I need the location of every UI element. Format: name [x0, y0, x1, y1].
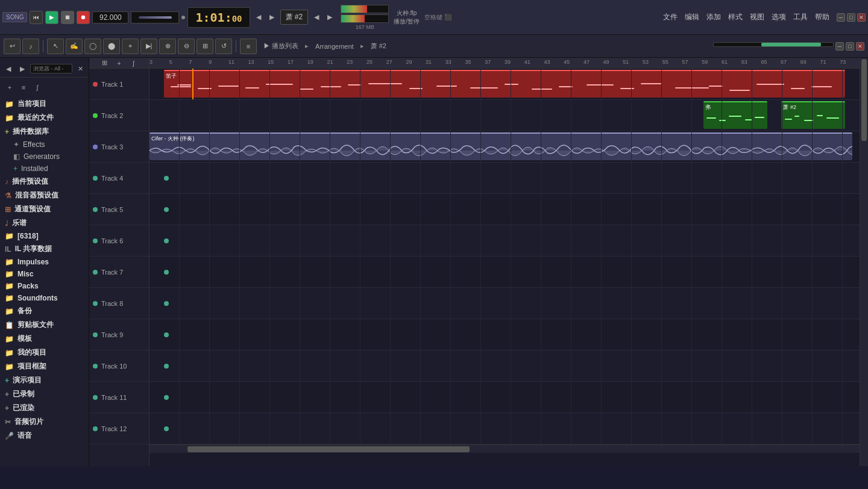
tb-return[interactable]: ↩	[4, 39, 20, 54]
sb-grid[interactable]: ≡	[17, 81, 30, 93]
tb-play-from[interactable]: ▶|	[140, 39, 157, 54]
sidebar-item-clipboard[interactable]: 📋 剪贴板文件	[0, 318, 89, 332]
track-row-11[interactable]	[149, 382, 860, 413]
sidebar-item-project-frames[interactable]: 📁 项目框架	[0, 360, 89, 373]
sidebar-item-my-projects[interactable]: 📁 我的项目	[0, 346, 89, 360]
sidebar-item-templates[interactable]: 📁 模板	[0, 332, 89, 346]
menu-file[interactable]: 文件	[663, 12, 678, 22]
sidebar-item-demo-projects[interactable]: + 演示项目	[0, 373, 89, 387]
maximize-btn[interactable]: □	[847, 13, 855, 22]
sidebar-item-recent-files[interactable]: 📁 最近的文件	[0, 111, 89, 125]
sidebar-item-generators[interactable]: ◧ Generators	[0, 151, 89, 163]
sidebar-item-current-project[interactable]: 📁 当前项目	[0, 97, 89, 111]
record-button[interactable]: ⏺	[77, 11, 90, 24]
sidebar-item-backup[interactable]: 📁 备份	[0, 304, 89, 318]
sidebar-item-effects[interactable]: ✦ Effects	[0, 139, 89, 151]
tb-zoom-out[interactable]: ⊖	[178, 39, 195, 54]
sidebar-item-plugin-presets[interactable]: ♪ 插件预设值	[0, 175, 89, 188]
tb-brush[interactable]: ✍	[66, 39, 83, 54]
sidebar-item-scores[interactable]: ♩ 乐谱	[0, 216, 89, 230]
time-prev[interactable]: ◀	[253, 11, 265, 23]
menu-help[interactable]: 帮助	[815, 12, 829, 22]
track-row-2[interactable]: 弗 萧 #2	[149, 100, 860, 131]
track-row-7[interactable]	[149, 257, 860, 288]
sidebar-item-plugin-db[interactable]: + 插件数据库	[0, 125, 89, 139]
tb-cursor[interactable]: ↖	[47, 39, 64, 54]
menu-add[interactable]: 添加	[706, 12, 721, 22]
sidebar-item-misc[interactable]: 📁 Misc	[0, 268, 89, 280]
sidebar-item-voice[interactable]: 🎤 语音	[0, 429, 89, 443]
volume-slider[interactable]	[131, 11, 179, 23]
sb-curve[interactable]: ∫	[31, 81, 43, 93]
th-curve[interactable]: ∫	[128, 58, 140, 69]
menu-view[interactable]: 视图	[750, 12, 764, 22]
minimize-btn[interactable]: ─	[837, 13, 845, 22]
v-scrollbar-thumb[interactable]	[861, 59, 867, 141]
clip-track2-1[interactable]: 弗	[703, 101, 767, 129]
tracks-canvas[interactable]: 3579111315171921232527293133353739414345…	[149, 58, 860, 466]
menu-edit[interactable]: 编辑	[685, 12, 699, 22]
tb-fill[interactable]: ⬤	[103, 39, 120, 54]
h-scrollbar[interactable]	[149, 444, 860, 453]
clip-track1-main[interactable]: 笛子	[164, 70, 846, 98]
sidebar-item-mixer-presets[interactable]: ⚗ 混音器预设值	[0, 188, 89, 202]
tb-erase[interactable]: ◯	[84, 39, 101, 54]
sidebar-item-rendered[interactable]: + 已渲染	[0, 401, 89, 415]
track-row-10[interactable]	[149, 350, 860, 382]
arr-max[interactable]: □	[846, 42, 854, 51]
menu-options[interactable]: 选项	[772, 12, 786, 22]
track-row-3[interactable]: Cifer - 火种 (伴奏) // Will be rendered via …	[149, 131, 860, 163]
track-row-5[interactable]	[149, 194, 860, 225]
h-scrollbar-thumb[interactable]	[187, 446, 470, 452]
clip-track2-2[interactable]: 萧 #2	[781, 101, 845, 129]
track-row-9[interactable]	[149, 319, 860, 350]
track-row-1[interactable]: 笛子	[149, 69, 860, 100]
time-next[interactable]: ▶	[266, 11, 278, 23]
bpm-display[interactable]: 92.000	[92, 11, 128, 23]
track-row-6[interactable]	[149, 225, 860, 257]
track-row-8[interactable]	[149, 288, 860, 319]
song-button[interactable]: SONG	[2, 12, 27, 22]
sidebar-item-packs[interactable]: 📁 Packs	[0, 280, 89, 292]
tb-zoom-in[interactable]: ⊕	[159, 39, 176, 54]
play-button[interactable]: ▶	[45, 11, 58, 24]
seek-handle[interactable]	[181, 16, 185, 19]
th-add[interactable]: +	[113, 58, 125, 69]
tb-speaker[interactable]: ♪	[22, 39, 39, 54]
nav-track[interactable]: 萧 #2	[366, 40, 391, 52]
nav-playlist[interactable]: ▶ 播放列表	[259, 40, 303, 52]
track-row-4[interactable]	[149, 163, 860, 194]
h-scrollbar-top[interactable]	[713, 42, 834, 47]
menu-tools[interactable]: 工具	[793, 12, 808, 22]
close-btn[interactable]: ✕	[857, 13, 866, 22]
sidebar-back[interactable]: ◀	[2, 63, 14, 75]
track-prev[interactable]: ◀	[310, 11, 322, 23]
stop-button[interactable]: ⏹	[61, 11, 74, 24]
arr-close[interactable]: ✕	[856, 42, 864, 51]
th-grid[interactable]: ⊞	[99, 58, 111, 69]
nav-arrangement[interactable]: Arrangement	[310, 41, 359, 52]
v-scrollbar[interactable]	[860, 58, 868, 466]
sb-add[interactable]: +	[4, 81, 16, 93]
sidebar-item-audio-slices[interactable]: ✂ 音频切片	[0, 415, 89, 429]
sidebar-forward[interactable]: ▶	[16, 63, 28, 75]
sidebar-item-il-shared[interactable]: IL IL 共享数据	[0, 242, 89, 256]
sidebar-search[interactable]: 浏览器 - All -	[30, 64, 72, 73]
clip-track3-audio[interactable]: Cifer - 火种 (伴奏) // Will be rendered via …	[149, 132, 852, 160]
sidebar-close[interactable]: ✕	[74, 63, 86, 75]
track-next[interactable]: ▶	[324, 11, 336, 23]
track-row-12[interactable]	[149, 413, 860, 444]
tb-zoom-fit[interactable]: ⊞	[197, 39, 213, 54]
tb-playlist[interactable]: ≡	[240, 39, 257, 54]
sidebar-item-installed[interactable]: + Installed	[0, 163, 89, 175]
arr-min[interactable]: ─	[835, 42, 844, 51]
sidebar-item-soundfonts[interactable]: 📁 Soundfonts	[0, 292, 89, 304]
sidebar-item-6318[interactable]: 📁 [6318]	[0, 230, 89, 242]
prev-button[interactable]: ⏮	[30, 11, 43, 24]
sidebar-item-channel-presets[interactable]: ⊞ 通道预设值	[0, 202, 89, 216]
tb-undo[interactable]: ↺	[215, 39, 232, 54]
sidebar-item-recorded[interactable]: + 已录制	[0, 387, 89, 401]
menu-style[interactable]: 样式	[728, 12, 743, 22]
sidebar-item-impulses[interactable]: 📁 Impulses	[0, 256, 89, 268]
tb-zoom[interactable]: ⌖	[122, 39, 139, 54]
